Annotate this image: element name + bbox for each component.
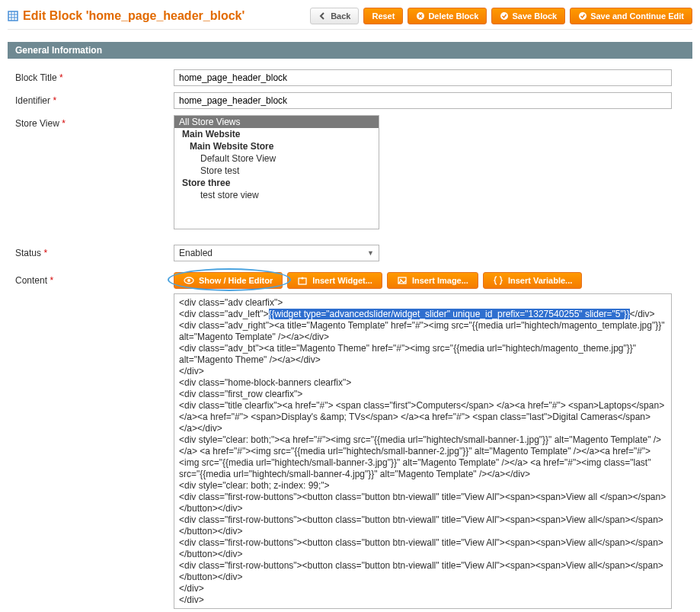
puzzle-icon — [297, 275, 308, 286]
save-block-button[interactable]: Save Block — [491, 8, 565, 24]
show-hide-editor-button[interactable]: Show / Hide Editor — [174, 272, 283, 289]
delete-icon — [416, 11, 425, 21]
status-select[interactable]: Enabled ▼ — [174, 245, 379, 261]
block-icon — [8, 11, 18, 21]
label-status: Status * — [15, 245, 174, 258]
store-view-option[interactable]: test store view — [174, 189, 379, 201]
svg-point-6 — [500, 12, 508, 20]
section-title: General Information — [8, 42, 692, 59]
page-title-text: Edit Block 'home_page_header_block' — [23, 9, 245, 23]
store-view-option[interactable]: Store three — [174, 177, 379, 189]
check-icon — [578, 11, 587, 21]
delete-block-label: Delete Block — [428, 11, 478, 21]
store-view-option[interactable]: Main Website Store — [174, 140, 379, 152]
check-icon — [500, 11, 509, 21]
row-status: Status * Enabled ▼ — [8, 242, 692, 264]
delete-block-button[interactable]: Delete Block — [408, 8, 487, 24]
reset-button[interactable]: Reset — [363, 8, 403, 24]
page-title: Edit Block 'home_page_header_block' — [8, 9, 305, 23]
row-content: Content * Show / Hide Editor Insert Widg… — [8, 269, 692, 612]
store-view-option[interactable]: Main Website — [174, 128, 379, 140]
label-identifier: Identifier * — [15, 92, 174, 106]
save-block-label: Save Block — [512, 11, 557, 21]
row-identifier: Identifier * — [8, 89, 692, 112]
store-view-select[interactable]: All Store Views Main Website Main Websit… — [174, 115, 379, 229]
svg-point-7 — [579, 12, 587, 20]
content-textarea[interactable]: <div class="adv clearfix"><div class="ad… — [174, 293, 672, 609]
back-arrow-icon — [318, 11, 328, 21]
row-store-view: Store View * All Store Views Main Websit… — [8, 112, 692, 232]
svg-point-11 — [302, 277, 304, 280]
svg-rect-0 — [8, 11, 18, 21]
save-continue-button[interactable]: Save and Continue Edit — [570, 8, 692, 24]
reset-button-label: Reset — [372, 11, 395, 21]
store-view-option[interactable]: Default Store View — [174, 152, 379, 165]
insert-image-button[interactable]: Insert Image... — [387, 272, 478, 289]
status-value: Enabled — [179, 248, 213, 258]
page-header: Edit Block 'home_page_header_block' Back… — [8, 6, 692, 30]
identifier-input[interactable] — [174, 92, 672, 109]
back-button-label: Back — [331, 11, 350, 21]
insert-variable-button[interactable]: Insert Variable... — [483, 272, 582, 289]
content-toolbar: Show / Hide Editor Insert Widget... Inse… — [174, 272, 685, 289]
insert-variable-label: Insert Variable... — [508, 276, 572, 285]
row-block-title: Block Title * — [8, 66, 692, 89]
save-continue-label: Save and Continue Edit — [590, 11, 684, 21]
image-icon — [397, 275, 408, 286]
store-view-option[interactable]: All Store Views — [174, 116, 379, 128]
section-general-information: General Information Block Title * Identi… — [8, 42, 692, 612]
chevron-down-icon: ▼ — [367, 249, 374, 257]
svg-point-9 — [187, 279, 190, 282]
eye-icon — [184, 275, 194, 286]
insert-widget-button[interactable]: Insert Widget... — [287, 272, 382, 289]
label-block-title: Block Title * — [15, 69, 174, 83]
insert-image-label: Insert Image... — [412, 276, 468, 285]
block-title-input[interactable] — [174, 69, 672, 86]
store-view-option[interactable]: Store test — [174, 165, 379, 177]
label-store-view: Store View * — [15, 115, 174, 129]
braces-icon — [493, 275, 503, 286]
back-button[interactable]: Back — [310, 8, 359, 24]
insert-widget-label: Insert Widget... — [312, 276, 372, 285]
show-hide-label: Show / Hide Editor — [199, 276, 273, 285]
label-content: Content * — [15, 272, 174, 286]
